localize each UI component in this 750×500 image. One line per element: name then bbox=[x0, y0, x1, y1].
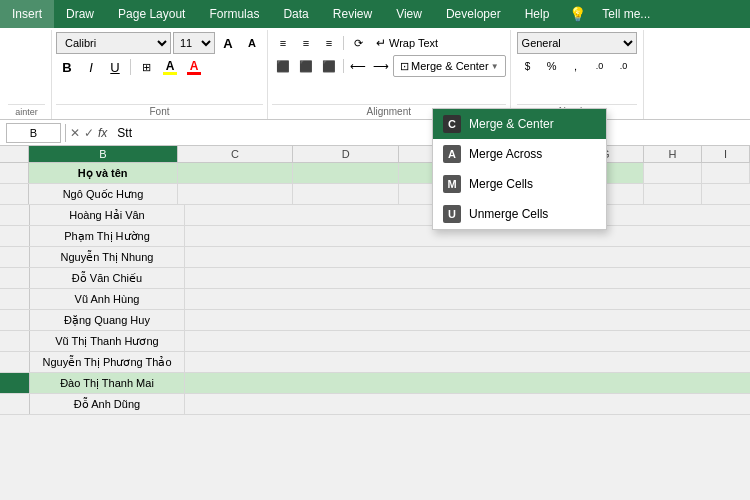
align-right-button[interactable]: ⬛ bbox=[318, 56, 340, 76]
accounting-format-button[interactable]: $ bbox=[517, 56, 539, 76]
fx-icon[interactable]: fx bbox=[98, 126, 107, 140]
cell-b10[interactable]: Nguyễn Thị Phương Thảo bbox=[30, 352, 185, 372]
clipboard-group: ainter bbox=[2, 30, 52, 119]
dropdown-item-unmerge-cells[interactable]: U Unmerge Cells bbox=[433, 199, 606, 229]
row-num bbox=[0, 163, 29, 183]
decrease-indent-button[interactable]: ⟵ bbox=[347, 56, 369, 76]
tab-draw[interactable]: Draw bbox=[54, 0, 106, 28]
cell-b4[interactable]: Phạm Thị Hường bbox=[30, 226, 185, 246]
table-row: Đặng Quang Huy bbox=[0, 310, 750, 331]
cell-b6[interactable]: Đỗ Văn Chiếu bbox=[30, 268, 185, 288]
table-row: Vũ Anh Hùng bbox=[0, 289, 750, 310]
number-format-select[interactable]: General bbox=[517, 32, 637, 54]
col-header-b[interactable]: B bbox=[29, 146, 178, 162]
formula-bar-divider bbox=[65, 124, 66, 142]
confirm-icon[interactable]: ✓ bbox=[84, 126, 94, 140]
table-row: Hoàng Hải Vân bbox=[0, 205, 750, 226]
cell-c1[interactable] bbox=[178, 163, 293, 183]
align-middle-button[interactable]: ≡ bbox=[295, 33, 317, 53]
cell-reference-input[interactable] bbox=[6, 123, 61, 143]
fill-color-button[interactable]: A bbox=[159, 56, 181, 78]
col-header-c[interactable]: C bbox=[178, 146, 293, 162]
cell-h1[interactable] bbox=[644, 163, 702, 183]
table-row: Phạm Thị Hường bbox=[0, 226, 750, 247]
cell-b5[interactable]: Nguyễn Thị Nhung bbox=[30, 247, 185, 267]
tab-help[interactable]: Help bbox=[513, 0, 562, 28]
table-row: Nguyễn Thị Nhung bbox=[0, 247, 750, 268]
sheet-body: Họ và tên Ngô Quốc Hưng bbox=[0, 163, 750, 500]
table-row: Họ và tên bbox=[0, 163, 750, 184]
align-left-button[interactable]: ⬛ bbox=[272, 56, 294, 76]
row-num bbox=[0, 226, 30, 246]
cancel-icon[interactable]: ✕ bbox=[70, 126, 80, 140]
row-num bbox=[0, 394, 30, 414]
col-header-d[interactable]: D bbox=[293, 146, 399, 162]
italic-button[interactable]: I bbox=[80, 56, 102, 78]
row-num-header bbox=[0, 146, 29, 162]
merge-across-key-badge: A bbox=[443, 145, 461, 163]
cell-b8[interactable]: Đặng Quang Huy bbox=[30, 310, 185, 330]
percent-button[interactable]: % bbox=[541, 56, 563, 76]
col-header-i[interactable]: I bbox=[702, 146, 750, 162]
wrap-text-icon: ↵ bbox=[376, 36, 386, 50]
row-num bbox=[0, 205, 30, 225]
cell-b1[interactable]: Họ và tên bbox=[29, 163, 178, 183]
tab-developer[interactable]: Developer bbox=[434, 0, 513, 28]
decrease-font-button[interactable]: A bbox=[241, 32, 263, 54]
font-color-button[interactable]: A bbox=[183, 56, 205, 78]
borders-button[interactable]: ⊞ bbox=[135, 56, 157, 78]
dropdown-item-merge-cells[interactable]: M Merge Cells bbox=[433, 169, 606, 199]
tab-view[interactable]: View bbox=[384, 0, 434, 28]
increase-decimal-button[interactable]: .0 bbox=[589, 56, 611, 76]
font-size-select[interactable]: 11 bbox=[173, 32, 215, 54]
table-row: Nguyễn Thị Phương Thảo bbox=[0, 352, 750, 373]
cell-d2[interactable] bbox=[293, 184, 399, 204]
increase-indent-button[interactable]: ⟶ bbox=[370, 56, 392, 76]
cell-h2[interactable] bbox=[644, 184, 702, 204]
dropdown-item-merge-center[interactable]: C Merge & Center bbox=[433, 109, 606, 139]
cell-c2[interactable] bbox=[178, 184, 293, 204]
row-num bbox=[0, 289, 30, 309]
spreadsheet-area: B C D E F G H I Họ và tên bbox=[0, 146, 750, 500]
cell-b9[interactable]: Vũ Thị Thanh Hương bbox=[30, 331, 185, 351]
cell-b2[interactable]: Ngô Quốc Hưng bbox=[29, 184, 178, 204]
row-num bbox=[0, 331, 30, 351]
align-top-button[interactable]: ≡ bbox=[272, 33, 294, 53]
table-row: Đỗ Văn Chiếu bbox=[0, 268, 750, 289]
font-name-select[interactable]: Calibri bbox=[56, 32, 171, 54]
align-center-button[interactable]: ⬛ bbox=[295, 56, 317, 76]
cell-b11[interactable]: Đào Thị Thanh Mai bbox=[30, 373, 185, 393]
row-num bbox=[0, 184, 29, 204]
number-group: General $ % , .0 .0 Number bbox=[511, 30, 644, 119]
tab-review[interactable]: Review bbox=[321, 0, 384, 28]
cell-b7[interactable]: Vũ Anh Hùng bbox=[30, 289, 185, 309]
formula-input[interactable] bbox=[113, 126, 744, 140]
cell-b3[interactable]: Hoàng Hải Vân bbox=[30, 205, 185, 225]
merge-center-icon: ⊡ bbox=[400, 60, 409, 73]
bold-button[interactable]: B bbox=[56, 56, 78, 78]
tab-data[interactable]: Data bbox=[271, 0, 320, 28]
rotate-text-button[interactable]: ⟳ bbox=[347, 33, 369, 53]
underline-button[interactable]: U bbox=[104, 56, 126, 78]
tab-tell-me[interactable]: Tell me... bbox=[594, 0, 658, 28]
tab-formulas[interactable]: Formulas bbox=[197, 0, 271, 28]
cell-i1[interactable] bbox=[702, 163, 750, 183]
decrease-decimal-button[interactable]: .0 bbox=[613, 56, 635, 76]
comma-style-button[interactable]: , bbox=[565, 56, 587, 76]
row-num bbox=[0, 352, 30, 372]
col-header-h[interactable]: H bbox=[644, 146, 702, 162]
align-bottom-button[interactable]: ≡ bbox=[318, 33, 340, 53]
lightbulb-icon: 💡 bbox=[561, 0, 594, 28]
increase-font-button[interactable]: A bbox=[217, 32, 239, 54]
tab-page-layout[interactable]: Page Layout bbox=[106, 0, 197, 28]
cell-b12[interactable]: Đỗ Anh Dũng bbox=[30, 394, 185, 414]
tab-insert[interactable]: Insert bbox=[0, 0, 54, 28]
cell-i2[interactable] bbox=[702, 184, 750, 204]
wrap-text-button[interactable]: ↵ Wrap Text bbox=[372, 32, 442, 54]
dropdown-item-merge-across[interactable]: A Merge Across bbox=[433, 139, 606, 169]
table-row: Đào Thị Thanh Mai bbox=[0, 373, 750, 394]
cell-d1[interactable] bbox=[293, 163, 399, 183]
merge-center-key-badge: C bbox=[443, 115, 461, 133]
column-headers: B C D E F G H I bbox=[0, 146, 750, 163]
merge-center-button[interactable]: ⊡ Merge & Center ▼ bbox=[393, 55, 506, 77]
